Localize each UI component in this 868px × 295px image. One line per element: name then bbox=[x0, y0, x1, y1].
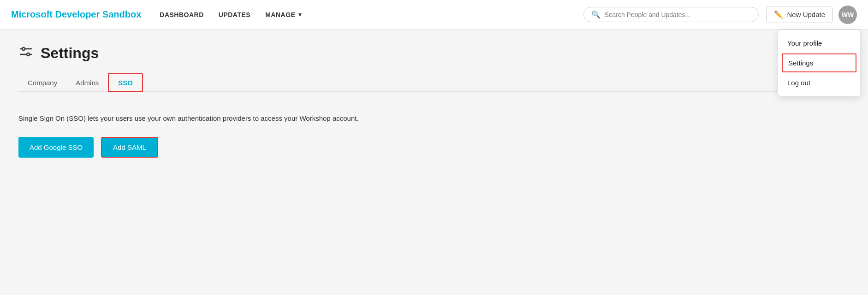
sso-buttons: Add Google SSO Add SAML bbox=[18, 137, 850, 158]
new-update-button[interactable]: ✏️ New Update bbox=[766, 6, 833, 23]
sso-description: Single Sign On (SSO) lets your users use… bbox=[18, 114, 850, 122]
add-google-sso-button[interactable]: Add Google SSO bbox=[18, 137, 94, 158]
pencil-icon: ✏️ bbox=[774, 10, 783, 19]
add-saml-button[interactable]: Add SAML bbox=[101, 137, 158, 158]
nav-manage[interactable]: MANAGE ▼ bbox=[265, 11, 303, 18]
page-title: Settings bbox=[41, 45, 99, 62]
nav-updates[interactable]: UPDATES bbox=[219, 11, 250, 18]
svg-point-1 bbox=[22, 47, 25, 50]
avatar[interactable]: WW bbox=[838, 6, 857, 24]
brand-title[interactable]: Microsoft Developer Sandbox bbox=[11, 9, 141, 20]
settings-tabs: Company Admins SSO bbox=[18, 73, 850, 92]
page-title-row: Settings bbox=[18, 44, 850, 62]
search-input[interactable] bbox=[604, 11, 751, 18]
dropdown-item-settings[interactable]: Settings bbox=[782, 53, 856, 72]
tab-admins[interactable]: Admins bbox=[66, 74, 108, 92]
header: Microsoft Developer Sandbox DASHBOARD UP… bbox=[0, 0, 868, 30]
dropdown-item-profile[interactable]: Your profile bbox=[778, 34, 860, 53]
settings-icon-container bbox=[18, 44, 33, 62]
chevron-down-icon: ▼ bbox=[297, 12, 303, 18]
settings-icon bbox=[18, 44, 33, 62]
search-icon: 🔍 bbox=[591, 10, 600, 19]
svg-point-3 bbox=[27, 53, 30, 56]
search-box[interactable]: 🔍 bbox=[583, 7, 759, 22]
page-content: Settings Company Admins SSO Single Sign … bbox=[0, 30, 868, 277]
tab-sso[interactable]: SSO bbox=[108, 73, 143, 92]
nav-dashboard[interactable]: DASHBOARD bbox=[160, 11, 204, 18]
user-dropdown-menu: Your profile Settings Log out bbox=[778, 30, 861, 96]
sso-content: Single Sign On (SSO) lets your users use… bbox=[0, 92, 868, 277]
page-header: Settings Company Admins SSO bbox=[0, 30, 868, 92]
nav: DASHBOARD UPDATES MANAGE ▼ bbox=[160, 11, 583, 18]
dropdown-item-logout[interactable]: Log out bbox=[778, 73, 860, 92]
tab-company[interactable]: Company bbox=[18, 74, 66, 92]
